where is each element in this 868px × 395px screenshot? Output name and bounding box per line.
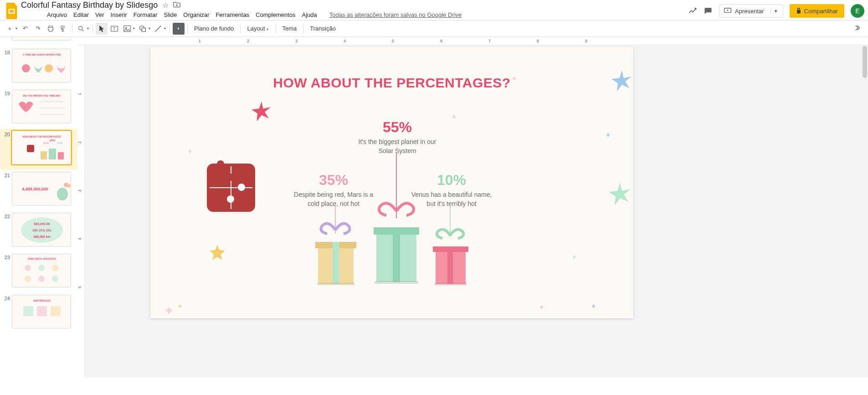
- dropdown-icon[interactable]: ▾: [164, 26, 166, 31]
- svg-text:4,498,300,000: 4,498,300,000: [22, 187, 48, 191]
- avatar[interactable]: E: [851, 4, 864, 18]
- stat-value: 55%: [352, 119, 443, 136]
- background-button[interactable]: Plano de fundo: [190, 25, 237, 32]
- svg-rect-64: [447, 246, 453, 284]
- sparkle-icon: ✦: [511, 74, 517, 83]
- thumb-19[interactable]: DID YOU PREFER THIS TIMELINE?: [12, 90, 71, 123]
- scrollbar[interactable]: [862, 45, 868, 377]
- svg-rect-1: [10, 10, 14, 13]
- menu-slide[interactable]: Slide: [160, 10, 180, 20]
- thumb-23[interactable]: SOME USEFUL RESOURCES: [12, 254, 71, 287]
- dropdown-icon[interactable]: ▾: [133, 26, 135, 31]
- slides-logo[interactable]: [4, 2, 21, 20]
- star-icon: [209, 244, 226, 261]
- explore-icon[interactable]: [688, 6, 697, 15]
- theme-button[interactable]: Tema: [279, 25, 301, 32]
- svg-point-37: [38, 265, 45, 271]
- menu-editar[interactable]: Editar: [70, 10, 92, 20]
- canvas[interactable]: 1 2 3 4 5 6 7 8 9 12345 HOW ABOUT THE PE…: [77, 37, 868, 377]
- share-button[interactable]: Compartilhar: [790, 4, 844, 18]
- thumb-21[interactable]: 4,498,300,000: [12, 172, 71, 205]
- thumb-17[interactable]: [12, 37, 71, 41]
- new-slide-button[interactable]: ＋: [4, 23, 15, 35]
- zoom-button[interactable]: [75, 23, 87, 35]
- sparkle-icon: ✦: [591, 302, 596, 311]
- sparkle-icon: ✦: [539, 303, 544, 312]
- thumb-number: [2, 41, 10, 41]
- print-button[interactable]: [45, 23, 56, 35]
- expand-panel-icon[interactable]: [855, 25, 864, 32]
- transition-button[interactable]: Transição: [306, 25, 339, 32]
- stat-55[interactable]: 55% It's the biggest planet in our Solar…: [352, 119, 443, 155]
- star-icon: [252, 101, 272, 121]
- thumb-22[interactable]: $83,000.0029h 37m 23s386,000 km: [12, 213, 71, 246]
- svg-text:5: 5: [77, 286, 82, 288]
- star-icon[interactable]: ☆: [162, 1, 169, 10]
- undo-button[interactable]: ↶: [19, 23, 31, 35]
- svg-text:HOW ABOUT THE PERCENTAGES?: HOW ABOUT THE PERCENTAGES?: [23, 135, 62, 138]
- ruler-tick: 6: [440, 39, 442, 43]
- layout-button[interactable]: Layout▾: [243, 25, 272, 32]
- paint-format-button[interactable]: [57, 23, 69, 35]
- svg-text:DID YOU PREFER THIS TIMELINE?: DID YOU PREFER THIS TIMELINE?: [23, 94, 61, 97]
- menu-ajuda[interactable]: Ajuda: [299, 10, 320, 20]
- redo-button[interactable]: ↷: [32, 23, 44, 35]
- menu-organizar[interactable]: Organizar: [180, 10, 212, 20]
- comment-tool[interactable]: +: [173, 23, 185, 35]
- svg-text:+: +: [177, 26, 180, 31]
- shape-tool[interactable]: [137, 23, 149, 35]
- menu-ferramentas[interactable]: Ferramentas: [212, 10, 252, 20]
- select-tool[interactable]: [96, 23, 108, 35]
- ruler-tick: 8: [537, 39, 539, 43]
- svg-rect-17: [40, 108, 65, 108]
- svg-rect-7: [124, 26, 130, 31]
- thumb-number: 24: [2, 295, 10, 301]
- image-tool[interactable]: [121, 23, 133, 35]
- svg-point-28: [57, 188, 68, 200]
- svg-rect-18: [40, 114, 65, 115]
- menu-inserir[interactable]: Inserir: [108, 10, 130, 20]
- line-tool[interactable]: [152, 23, 164, 35]
- menu-formatar[interactable]: Formatar: [130, 10, 161, 20]
- present-dropdown-icon[interactable]: ▼: [770, 9, 778, 14]
- stat-value: 10%: [408, 172, 495, 189]
- svg-rect-45: [51, 306, 61, 316]
- thumb-number: 23: [2, 254, 10, 260]
- comments-icon[interactable]: [704, 6, 713, 15]
- doc-title[interactable]: Colorful Fantasy Birthday by Slidesgo: [21, 0, 158, 10]
- svg-rect-24: [41, 151, 47, 159]
- text-box-tool[interactable]: T: [108, 23, 120, 35]
- thumb-number: 21: [2, 172, 10, 178]
- menu-complementos[interactable]: Complementos: [252, 10, 298, 20]
- dropdown-icon[interactable]: ▾: [15, 26, 17, 31]
- puzzle-icon[interactable]: [207, 164, 255, 212]
- ruler-tick: 7: [488, 39, 491, 43]
- svg-rect-60: [333, 242, 339, 284]
- scrollbar-thumb[interactable]: [863, 46, 867, 78]
- present-button[interactable]: Apresentar ▼: [719, 4, 783, 18]
- menu-arquivo[interactable]: Arquivo: [44, 10, 70, 20]
- svg-text:29h 37m 23s: 29h 37m 23s: [32, 229, 51, 232]
- gifts[interactable]: [305, 193, 488, 293]
- slide-title[interactable]: HOW ABOUT THE PERCENTAGES?: [150, 75, 633, 91]
- horizontal-ruler: 1 2 3 4 5 6 7 8 9: [77, 37, 868, 45]
- dropdown-icon[interactable]: ▾: [149, 26, 150, 31]
- svg-rect-10: [142, 28, 145, 31]
- filmstrip[interactable]: 18 A TIMELINE ALWAYS WORKS FINE 19 DID Y…: [0, 37, 77, 377]
- slide[interactable]: HOW ABOUT THE PERCENTAGES? ✦ ✦ ✦ ✦ ✦ ✦ ✦…: [150, 47, 633, 318]
- thumb-24[interactable]: OUR SERVICES: [12, 295, 71, 328]
- move-icon[interactable]: [173, 1, 180, 10]
- thumb-number: 20: [2, 131, 10, 137]
- save-status[interactable]: Todas as alterações foram salvas no Goog…: [329, 11, 462, 18]
- share-label: Compartilhar: [804, 8, 838, 15]
- svg-rect-65: [435, 283, 467, 285]
- thumb-18[interactable]: A TIMELINE ALWAYS WORKS FINE: [12, 49, 71, 82]
- thumb-20[interactable]: HOW ABOUT THE PERCENTAGES?35%55%10%: [12, 131, 71, 164]
- menu-ver[interactable]: Ver: [92, 10, 108, 20]
- toolbar: ＋▾ ↶ ↷ ▾ T ▾ ▾ ▾ + Plano de fundo Layout…: [0, 21, 868, 37]
- svg-point-39: [25, 276, 31, 282]
- dropdown-icon[interactable]: ▾: [87, 26, 89, 31]
- svg-rect-56: [393, 227, 400, 282]
- svg-rect-44: [37, 306, 47, 316]
- svg-point-30: [67, 184, 71, 188]
